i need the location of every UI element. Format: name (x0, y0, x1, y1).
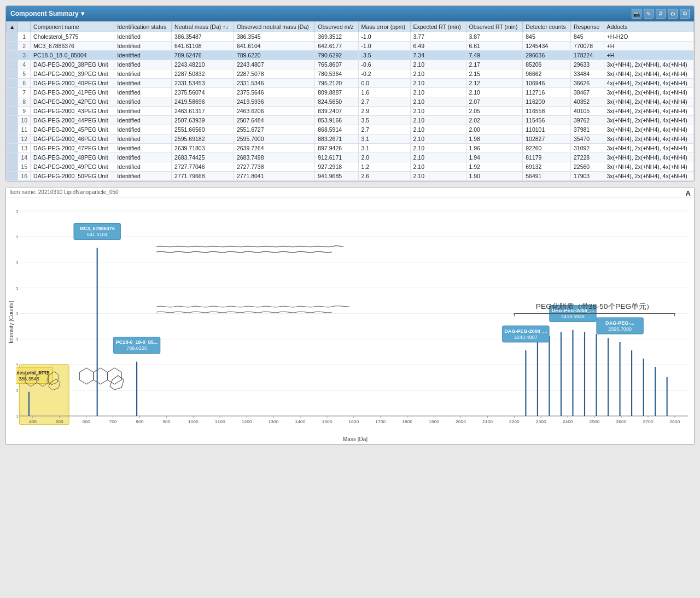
x-axis-label: Mass [Da] (16, 436, 694, 444)
col-exp-rt[interactable]: Expected RT (min) (410, 22, 466, 32)
svg-text:MC3_67886376: MC3_67886376 (79, 226, 115, 232)
col-num (18, 22, 31, 32)
table-row[interactable]: 13DAG-PEG-2000_47PEG UnitIdentified2639.… (7, 144, 694, 153)
table-row[interactable]: 6DAG-PEG-2000_40PEG UnitIdentified2331.5… (7, 79, 694, 88)
y-axis-label: Intensity [Counts] (6, 200, 16, 444)
svg-text:2e5: 2e5 (16, 362, 19, 367)
chart-inner: 01000002e53e54e55e56e57e58e5400500600700… (16, 200, 694, 444)
svg-text:8e5: 8e5 (16, 209, 19, 214)
mass-spectrum-chart: 01000002e53e54e55e56e57e58e5400500600700… (16, 200, 694, 435)
svg-text:7e5: 7e5 (16, 234, 19, 239)
table-row[interactable]: 7DAG-PEG-2000_41PEG UnitIdentified2375.5… (7, 88, 694, 97)
svg-text:2000: 2000 (456, 419, 466, 424)
svg-text:6e5: 6e5 (16, 260, 19, 265)
dropdown-arrow[interactable]: ▾ (81, 10, 84, 17)
svg-text:2500: 2500 (590, 419, 600, 424)
svg-text:500: 500 (56, 419, 64, 424)
component-summary-panel: Component Summary ▾ 📷 ✎ # ⚙ ⧉ ▲ Componen… (5, 5, 695, 181)
svg-text:2400: 2400 (563, 419, 573, 424)
table-row[interactable]: 9DAG-PEG-2000_43PEG UnitIdentified2463.6… (7, 107, 694, 116)
table-body: 1Cholesterol_5775Identified386.35487386.… (7, 32, 694, 181)
svg-text:4e5: 4e5 (16, 312, 19, 316)
table-row[interactable]: 16DAG-PEG-2000_50PEG UnitIdentified2771.… (7, 172, 694, 181)
col-name[interactable]: Component name (31, 22, 114, 32)
svg-text:400: 400 (29, 419, 37, 424)
col-obs-mz[interactable]: Observed m/z (315, 22, 358, 32)
svg-text:1600: 1600 (348, 419, 359, 424)
table-row[interactable]: 5DAG-PEG-2000_39PEG UnitIdentified2287.5… (7, 69, 694, 79)
table-row[interactable]: 1Cholesterol_5775Identified386.35487386.… (7, 32, 694, 42)
svg-text:2300: 2300 (536, 419, 546, 424)
svg-text:700: 700 (109, 419, 117, 424)
svg-text:2800: 2800 (669, 419, 680, 424)
panel-icons: 📷 ✎ # ⚙ ⧉ (632, 9, 690, 19)
component-table: ▲ Component name Identification status N… (6, 21, 694, 181)
col-detector[interactable]: Detector counts (523, 22, 571, 32)
svg-text:1500: 1500 (322, 419, 332, 424)
spectrum-header: Item name: 20210310 LipidNanoparticle_05… (6, 187, 694, 197)
settings-icon[interactable]: ⚙ (668, 9, 678, 19)
col-response[interactable]: Response (571, 22, 604, 32)
svg-text:2243.4807: 2243.4807 (514, 335, 538, 340)
expand-icon[interactable]: ⧉ (680, 9, 690, 19)
sort-col-header[interactable]: ▲ (7, 22, 18, 32)
svg-text:1000: 1000 (188, 419, 199, 424)
camera-icon[interactable]: 📷 (632, 9, 641, 19)
svg-text:1100: 1100 (215, 419, 225, 424)
svg-text:2419.5936: 2419.5936 (561, 314, 585, 320)
table-row[interactable]: 12DAG-PEG-2000_46PEG UnitIdentified2595.… (7, 134, 694, 144)
svg-text:1900: 1900 (429, 419, 439, 424)
panel-title[interactable]: Component Summary ▾ (10, 10, 84, 17)
table-wrapper: ▲ Component name Identification status N… (6, 21, 694, 181)
table-row[interactable]: 10DAG-PEG-2000_44PEG UnitIdentified2507.… (7, 116, 694, 125)
table-row[interactable]: 15DAG-PEG-2000_49PEG UnitIdentified2727.… (7, 162, 694, 172)
spectrum-panel: Item name: 20210310 LipidNanoparticle_05… (5, 187, 695, 445)
col-obs-neutral-mass[interactable]: Observed neutral mass (Da) (234, 22, 314, 32)
table-row[interactable]: 2MC3_67886376Identified641.61108641.6104… (7, 42, 694, 51)
table-row[interactable]: 14DAG-PEG-2000_48PEG UnitIdentified2683.… (7, 153, 694, 162)
svg-text:100000: 100000 (16, 388, 19, 393)
col-mass-error[interactable]: Mass error (ppm) (358, 22, 410, 32)
svg-text:641.6104: 641.6104 (87, 232, 108, 238)
svg-text:PEG化脂质（带38-50个PEG单元）: PEG化脂质（带38-50个PEG单元） (536, 303, 654, 310)
col-neutral-mass[interactable]: Neutral mass (Da) ↑↓ (172, 22, 234, 32)
hash-icon[interactable]: # (656, 9, 666, 19)
svg-text:800: 800 (136, 419, 144, 424)
svg-text:2700: 2700 (643, 419, 653, 424)
table-row[interactable]: 4DAG-PEG-2000_38PEG UnitIdentified2243.4… (7, 60, 694, 69)
svg-text:3e5: 3e5 (16, 337, 19, 342)
svg-text:DAG-PEG-2000_...: DAG-PEG-2000_... (504, 329, 547, 334)
svg-text:1800: 1800 (402, 419, 412, 424)
svg-text:789.6220: 789.6220 (126, 346, 147, 351)
svg-text:2200: 2200 (509, 419, 520, 424)
svg-text:PC18-0_18-0_85...: PC18-0_18-0_85... (116, 340, 158, 345)
panel-title-text: Component Summary (10, 10, 79, 17)
svg-text:1400: 1400 (295, 419, 305, 424)
edit-icon[interactable]: ✎ (644, 9, 654, 19)
svg-text:900: 900 (162, 419, 171, 424)
svg-text:5e5: 5e5 (16, 286, 19, 291)
chart-container: Intensity [Counts] 01000002e53e54e55e56e… (6, 197, 694, 444)
corner-label-b: A (686, 189, 691, 197)
svg-text:1700: 1700 (375, 419, 386, 424)
table-row[interactable]: 11DAG-PEG-2000_45PEG UnitIdentified2551.… (7, 125, 694, 134)
panel-header: Component Summary ▾ 📷 ✎ # ⚙ ⧉ (6, 6, 694, 21)
svg-text:600: 600 (83, 419, 91, 424)
table-row[interactable]: 3PC18-0_18-0_85004Identified789.62476789… (7, 51, 694, 60)
col-obs-rt[interactable]: Observed RT (min) (466, 22, 523, 32)
svg-text:1200: 1200 (242, 419, 252, 424)
svg-text:2100: 2100 (482, 419, 493, 424)
svg-text:DAG-PEG-...: DAG-PEG-... (605, 320, 634, 326)
svg-text:0: 0 (16, 414, 19, 419)
svg-text:386.3545: 386.3545 (19, 376, 39, 382)
item-name-label: Item name: 20210310 LipidNanoparticle_05… (9, 189, 119, 195)
col-adducts[interactable]: Adducts (604, 22, 693, 32)
svg-text:1300: 1300 (269, 419, 279, 424)
col-status[interactable]: Identification status (114, 22, 172, 32)
svg-text:2595.7000: 2595.7000 (608, 326, 632, 332)
table-header-row: ▲ Component name Identification status N… (7, 22, 694, 32)
svg-text:2600: 2600 (616, 419, 627, 424)
table-row[interactable]: 8DAG-PEG-2000_42PEG UnitIdentified2419.5… (7, 97, 694, 107)
